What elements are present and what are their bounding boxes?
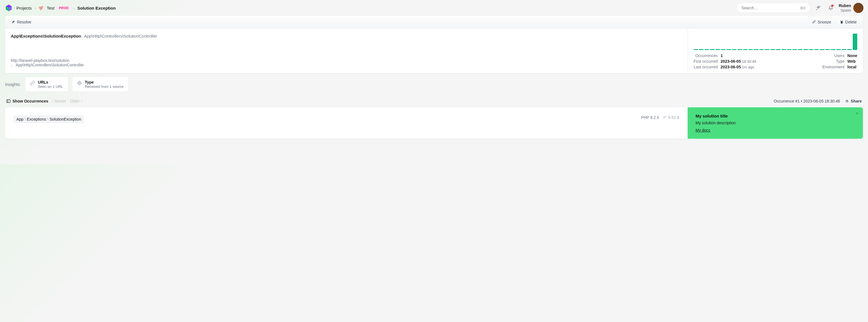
card-toolbar: Resolve Snooze Delete — [5, 16, 863, 29]
older-button[interactable]: Older› — [70, 99, 82, 103]
newer-button[interactable]: ‹Newer — [52, 99, 66, 103]
chevron-right-icon: › — [34, 6, 36, 10]
insights-row: Insights: URLs Seen on 1 URL Type Receiv… — [0, 77, 868, 97]
resolve-button[interactable]: Resolve — [10, 19, 33, 26]
chart-bar — [825, 49, 830, 50]
chart-bar — [754, 49, 758, 50]
chart-bar — [820, 49, 824, 50]
chevron-left-icon: ‹ — [52, 99, 54, 103]
search-input[interactable] — [741, 6, 800, 10]
chart-bar — [781, 49, 786, 50]
chart-bar — [716, 49, 720, 50]
svg-point-1 — [816, 9, 817, 10]
user-name: Ruben — [839, 3, 851, 8]
close-icon[interactable] — [855, 111, 859, 116]
logo[interactable] — [4, 4, 13, 12]
delete-button[interactable]: Delete — [838, 19, 858, 26]
occurrence-detail: App\Exceptions\SolutionException PHP 8.2… — [5, 107, 863, 139]
breadcrumb-project[interactable]: Test — [46, 6, 55, 10]
chart-bar — [853, 34, 857, 50]
user-menu[interactable]: Ruben Spatie — [839, 3, 864, 13]
chart-bar — [809, 49, 813, 50]
breadcrumb-projects[interactable]: Projects — [17, 6, 32, 10]
app-header: Projects › Test PROD › Solution Exceptio… — [0, 0, 868, 16]
stat-label: First occurred — [693, 59, 718, 64]
chart-bar — [732, 49, 737, 50]
corner-icon: ∟ — [11, 63, 14, 67]
chart-bar — [760, 49, 764, 50]
php-version: PHP 8.2.5 — [641, 115, 659, 120]
occurrence-bar: Show Occurrences ‹Newer Older› Occurrenc… — [0, 97, 868, 106]
chevron-right-icon: › — [73, 6, 74, 10]
chart-bar — [831, 49, 835, 50]
insights-label: Insights: — [5, 82, 21, 87]
solution-panel: My solution title My solution descriptio… — [688, 107, 863, 139]
stat-label: Last occurred — [693, 65, 718, 69]
laravel-icon — [39, 5, 44, 10]
stat-value: local — [847, 65, 857, 69]
chart-bar — [721, 49, 725, 50]
chart-bar — [743, 49, 748, 50]
laravel-version: 9.52.8 — [663, 115, 679, 120]
stat-value: 2023-06-05 18:30:46 — [721, 59, 756, 64]
breadcrumb-page: Solution Exception — [77, 6, 116, 10]
env-badge: PROD — [57, 6, 70, 10]
chart-bar — [803, 49, 808, 50]
exception-card: Resolve Snooze Delete App\Exceptions\Sol… — [5, 16, 863, 73]
stat-label: Users — [822, 53, 844, 58]
avatar[interactable] — [853, 3, 864, 13]
exception-origin: App\Http\Controllers\SolutionController — [16, 63, 84, 67]
stats-left: Occurrences1First occurred2023-06-05 18:… — [693, 53, 756, 69]
exception-chip: App\Exceptions\SolutionException — [13, 115, 84, 123]
stat-label: Environment — [822, 65, 844, 69]
chart-bar — [847, 49, 851, 50]
search-shortcut: ⌘K — [800, 6, 806, 10]
search-input-wrapper[interactable]: ⌘K — [737, 3, 810, 12]
svg-point-0 — [820, 6, 820, 7]
chart-bar — [705, 49, 709, 50]
chart-bar — [699, 49, 704, 50]
insight-urls[interactable]: URLs Seen on 1 URL — [26, 77, 68, 92]
chart-bar — [776, 49, 780, 50]
chart-bar — [842, 49, 846, 50]
exception-url: http://laravel-playbox.test/solution — [11, 58, 682, 63]
chart-bar — [748, 49, 753, 50]
chart-bar — [798, 49, 802, 50]
snooze-button[interactable]: Snooze — [810, 19, 833, 26]
target-icon — [77, 80, 82, 85]
sparkle-icon[interactable] — [814, 3, 823, 12]
svg-rect-4 — [7, 100, 10, 103]
stat-label: Type — [822, 59, 844, 64]
chart-bar — [765, 49, 769, 50]
chevron-right-icon: › — [81, 99, 82, 103]
link-icon — [30, 80, 35, 85]
svg-point-3 — [79, 82, 80, 84]
bell-icon[interactable] — [826, 3, 835, 12]
stat-value: Web — [847, 59, 857, 64]
stats-right: UsersNoneTypeWebEnvironmentlocal — [822, 53, 857, 69]
show-occurrences-button[interactable]: Show Occurrences — [6, 99, 48, 103]
stat-value: 2023-06-05 1m ago — [721, 65, 756, 69]
exception-title: App\Exceptions\SolutionException App\Htt… — [11, 34, 682, 38]
stat-value: 1 — [721, 53, 756, 58]
chart-bar — [726, 49, 731, 50]
insight-type[interactable]: Type Received from 1 source — [72, 77, 128, 92]
chart-bar — [693, 49, 698, 50]
chart-bar — [814, 49, 819, 50]
user-org: Spatie — [839, 8, 851, 13]
solution-title: My solution title — [695, 113, 855, 118]
stat-label: Occurrences — [693, 53, 718, 58]
stat-value: None — [847, 53, 857, 58]
chart-bar — [771, 49, 775, 50]
chart-bar — [792, 49, 797, 50]
occurrence-chart — [693, 34, 857, 50]
occurrence-label: Occurrence #1 • 2023-06-05 18:30:46 — [774, 99, 840, 103]
chart-bar — [737, 49, 742, 50]
chart-bar — [836, 49, 841, 50]
solution-link[interactable]: My docs — [695, 128, 710, 133]
share-button[interactable]: Share — [845, 99, 862, 103]
chart-bar — [710, 49, 714, 50]
svg-point-2 — [78, 81, 81, 85]
solution-description: My solution description — [695, 120, 855, 125]
chart-bar — [787, 49, 792, 50]
